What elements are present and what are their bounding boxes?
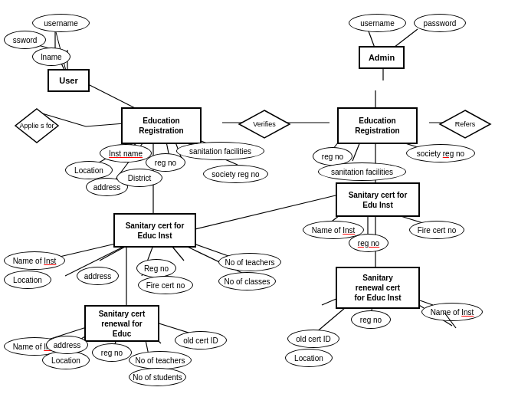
location-ellipse-left2: Location xyxy=(4,271,51,289)
applies-for-diamond: Applie s for xyxy=(14,107,60,144)
no-of-teachers-left1: No of teachers xyxy=(218,253,281,271)
reg-no-ellipse-left2: Reg no xyxy=(136,259,176,277)
reg-no-ellipse-left1: reg no xyxy=(146,153,185,172)
svg-line-40 xyxy=(352,142,360,161)
er-diagram: username ssword lname User Applie s for … xyxy=(0,0,518,420)
society-reg-no-right: society reg no xyxy=(406,144,475,162)
fire-cert-no-right: Fire cert no xyxy=(409,221,464,239)
lname-ellipse: lname xyxy=(32,48,70,66)
sanitation-facilities-right: sanitation facilities xyxy=(318,162,406,181)
password-ellipse-right: password xyxy=(414,14,466,32)
refers-diamond: Refers xyxy=(438,109,492,139)
sanitation-facilities-left: sanitation facilities xyxy=(176,142,264,160)
sanitary-cert-right-box: Sanitary cert forEdu Inst xyxy=(336,182,420,217)
old-cert-id-right: old cert ID xyxy=(287,330,339,348)
reg-no-ellipse-right3: reg no xyxy=(351,310,391,329)
location-ellipse-left1: Location xyxy=(65,161,113,179)
sanitary-renewal-right-box: Sanitaryrenewal certfor Educ Inst xyxy=(336,267,420,309)
verifies-diamond: Verifies xyxy=(238,109,291,139)
sanitary-cert-renewal-left-box: Sanitary certrenewal for Educ xyxy=(84,305,159,342)
sanitary-cert-left-box: Sanitary cert forEduc Inst xyxy=(113,213,196,248)
no-of-teachers-left2: No of teachers xyxy=(129,351,192,369)
name-of-inst-right2: Name of Inst xyxy=(421,303,483,321)
no-of-students-ellipse: No of students xyxy=(129,368,186,386)
inst-name-ellipse-left: Inst name xyxy=(100,144,152,162)
society-reg-no-left: society reg no xyxy=(203,165,268,183)
username-ellipse-right: username xyxy=(349,14,406,32)
address-ellipse-left3: address xyxy=(46,336,88,354)
reg-no-ellipse-left3: reg no xyxy=(92,343,132,362)
no-of-classes-ellipse: No of classes xyxy=(218,272,276,290)
username-ellipse-left: username xyxy=(32,14,90,32)
edu-reg-right-box: EducationRegistration xyxy=(337,107,418,144)
address-ellipse-left2: address xyxy=(77,267,119,285)
district-ellipse: District xyxy=(116,169,162,187)
password-ellipse-left: ssword xyxy=(4,31,46,49)
fire-cert-no-left: Fire cert no xyxy=(138,276,193,294)
name-of-inst-left1: Name of Inst xyxy=(4,251,65,270)
user-box: User xyxy=(48,69,90,92)
admin-box: Admin xyxy=(359,46,405,69)
old-cert-id-left: old cert ID xyxy=(175,331,227,349)
edu-reg-left-box: EducationRegistration xyxy=(121,107,202,144)
reg-no-ellipse-right2: reg no xyxy=(349,234,388,252)
location-ellipse-right: Location xyxy=(285,349,333,367)
